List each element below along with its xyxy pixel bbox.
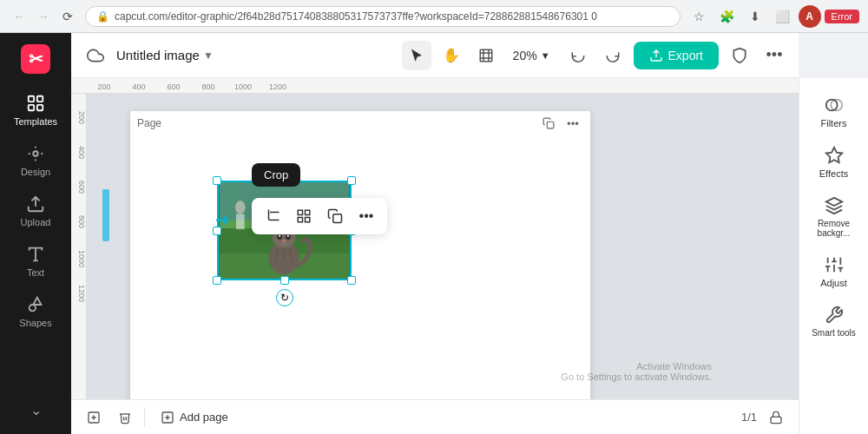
frame-tool-button[interactable] — [471, 41, 501, 70]
svg-rect-7 — [547, 122, 554, 128]
right-panel-remove-bg[interactable]: Remove backgr... — [805, 189, 864, 245]
forward-button[interactable]: → — [33, 6, 54, 27]
remove-bg-label: Remove backgr... — [808, 219, 860, 238]
copy-style-button[interactable] — [321, 202, 349, 230]
ruler-vertical: 200 400 600 800 1000 1200 — [71, 94, 87, 399]
handle-top-right[interactable] — [347, 176, 356, 185]
add-page-button[interactable]: Add page — [152, 407, 237, 428]
bookmark-button[interactable]: ☆ — [687, 4, 712, 29]
back-button[interactable]: ← — [9, 6, 30, 27]
profile-avatar[interactable]: A — [799, 5, 821, 28]
sidebar-collapse-button[interactable]: ⌄ — [4, 395, 67, 425]
zoom-chevron-icon: ▼ — [541, 50, 550, 61]
logo[interactable]: ✂ — [18, 42, 53, 76]
templates-icon — [26, 94, 45, 113]
hand-tool-button[interactable]: ✋ — [437, 41, 466, 70]
save-to-cloud-button[interactable] — [82, 42, 109, 69]
svg-rect-12 — [333, 214, 342, 223]
ruler-mark-800: 800 — [191, 82, 226, 93]
redo-icon — [605, 48, 621, 63]
filters-icon — [825, 95, 844, 115]
handle-bottom-middle[interactable] — [280, 276, 289, 285]
effects-label: Effects — [819, 168, 848, 179]
browser-actions: ☆ 🧩 ⬇ ⬜ A Error — [687, 4, 859, 29]
svg-rect-1 — [37, 96, 43, 102]
ruler-v-mark-200: 200 — [77, 111, 86, 124]
svg-point-24 — [287, 235, 289, 237]
canvas-indicator — [102, 189, 109, 241]
arrow-indicator: ➔ — [215, 209, 230, 230]
page-counter: 1/1 — [741, 411, 757, 424]
reload-button[interactable]: ⟳ — [57, 6, 78, 27]
svg-rect-30 — [236, 214, 245, 229]
rotate-handle[interactable]: ↻ — [276, 289, 293, 306]
zoom-level: 20% — [513, 49, 537, 62]
app-container: ✂ Templates Design Upload — [0, 33, 868, 434]
ruler-mark-1000: 1000 — [226, 82, 260, 93]
copy-icon — [327, 208, 343, 224]
address-bar[interactable]: 🔒 capcut.com/editor-graphic/2f64b28d7517… — [85, 6, 681, 27]
export-button[interactable]: Export — [634, 42, 719, 69]
lock-button[interactable] — [764, 405, 788, 430]
sidebar-item-templates[interactable]: Templates — [4, 87, 67, 134]
svg-marker-36 — [825, 148, 841, 162]
grid-icon — [296, 208, 312, 224]
right-panel-adjust[interactable]: Adjust — [805, 248, 864, 295]
cursor-icon — [409, 48, 424, 63]
filters-label: Filters — [821, 118, 847, 128]
extensions-button[interactable]: 🧩 — [715, 4, 740, 29]
lock-icon — [769, 411, 783, 424]
tab-button[interactable]: ⬜ — [771, 4, 795, 29]
lock-icon: 🔒 — [96, 10, 109, 23]
chevron-down-icon: ⌄ — [30, 402, 42, 418]
toolbar-wrapper: Untitled image ▼ ✋ — [71, 33, 799, 78]
canvas-content[interactable]: Page ••• — [87, 94, 799, 399]
crop-button[interactable] — [259, 202, 286, 230]
page-duplicate-button[interactable] — [538, 113, 559, 134]
ruler-mark-200: 200 — [87, 82, 122, 93]
shapes-icon — [26, 295, 45, 314]
sidebar-item-upload[interactable]: Upload — [4, 187, 67, 234]
crop-tooltip: Crop — [252, 163, 300, 187]
page-canvas[interactable]: Page ••• — [130, 111, 590, 399]
more-ctx-button[interactable]: ••• — [352, 202, 380, 230]
redo-button[interactable] — [599, 42, 627, 69]
sidebar-item-text[interactable]: Text — [4, 238, 67, 285]
document-title[interactable]: Untitled image ▼ — [116, 48, 214, 62]
svg-rect-9 — [306, 210, 310, 214]
right-panel-effects[interactable]: Effects — [805, 139, 864, 186]
grid-button[interactable] — [290, 202, 318, 230]
right-panel-filters[interactable]: Filters — [805, 89, 864, 135]
smart-tools-label: Smart tools — [812, 328, 856, 338]
add-page-icon-button[interactable] — [82, 405, 106, 430]
shield-icon — [731, 47, 748, 64]
ruler-marks: 200 400 600 800 1000 1200 — [87, 78, 295, 93]
svg-rect-33 — [771, 417, 781, 423]
undo-button[interactable] — [564, 42, 592, 69]
select-tool-button[interactable] — [402, 41, 431, 70]
svg-rect-6 — [480, 49, 492, 62]
cloud-icon — [87, 47, 104, 64]
bottom-divider — [144, 409, 145, 426]
shield-button[interactable] — [726, 42, 753, 69]
error-badge[interactable]: Error — [825, 10, 859, 23]
handle-bottom-right[interactable] — [347, 276, 356, 285]
design-icon — [26, 144, 45, 163]
remove-bg-icon — [825, 196, 844, 215]
upload-label: Upload — [21, 217, 51, 227]
right-panel-smart-tools[interactable]: Smart tools — [805, 299, 864, 345]
more-options-button[interactable]: ••• — [760, 42, 788, 69]
page-more-button[interactable]: ••• — [562, 113, 583, 134]
sidebar-item-design[interactable]: Design — [4, 137, 67, 184]
handle-bottom-left[interactable] — [213, 276, 221, 285]
zoom-control[interactable]: 20% ▼ — [506, 45, 557, 66]
sidebar-item-shapes[interactable]: Shapes — [4, 288, 67, 335]
title-chevron-icon: ▼ — [203, 49, 214, 62]
download-button[interactable]: ⬇ — [743, 4, 767, 29]
toolbar-center: ✋ 20% ▼ — [402, 41, 557, 70]
delete-page-button[interactable] — [113, 405, 137, 430]
svg-point-5 — [30, 305, 36, 311]
crop-icon — [265, 208, 280, 224]
handle-top-left[interactable] — [213, 176, 221, 185]
design-label: Design — [21, 167, 50, 177]
